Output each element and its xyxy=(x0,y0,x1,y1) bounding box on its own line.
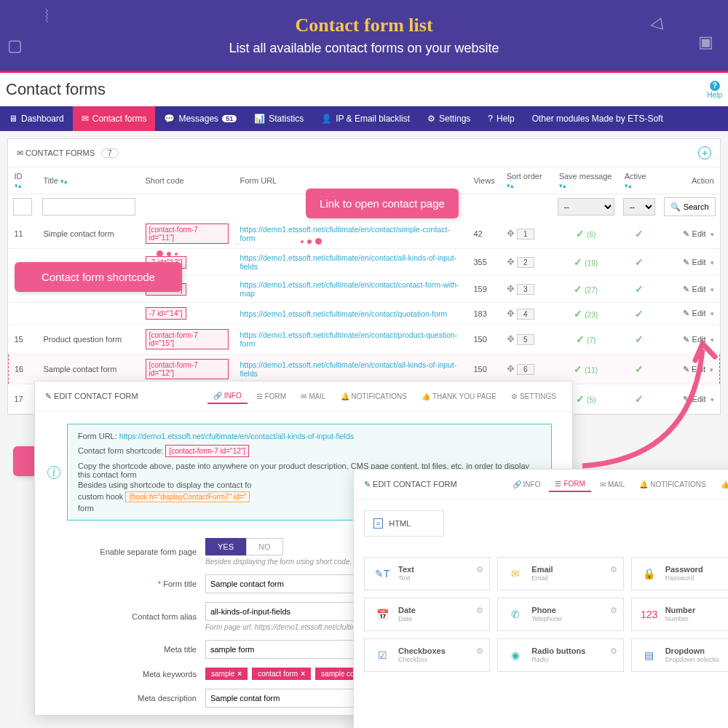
edit-button[interactable]: ✎ Edit xyxy=(683,395,705,403)
widget-checkboxes[interactable]: ☑ CheckboxesCheckbox ⚙ xyxy=(364,638,490,672)
panel-count: 7 xyxy=(101,149,119,158)
banner: ▢ ⦚ ◁ ▣ Contact form list List all avail… xyxy=(0,0,728,73)
add-button[interactable]: + xyxy=(698,146,711,159)
form-title-input[interactable] xyxy=(205,574,373,593)
subtab-thankyou[interactable]: 👍 THAN xyxy=(715,477,728,492)
tab-blacklist[interactable]: 👤IP & Email blacklist xyxy=(312,106,419,131)
widget-radio-buttons[interactable]: ◉ Radio buttonsRadio ⚙ xyxy=(497,638,623,672)
subtab-form[interactable]: ☰ FORM xyxy=(250,389,292,404)
help-icon: ? xyxy=(710,81,720,91)
subtab-info[interactable]: 🔗 INFO xyxy=(207,389,248,404)
form-alias-input[interactable] xyxy=(205,602,373,621)
page-title: Contact forms xyxy=(6,80,106,99)
table-row[interactable]: -7 id="14"] https://demo1.etssoft.net/cf… xyxy=(9,303,720,325)
page-header: Contact forms ? Help xyxy=(0,73,728,106)
subtab-info[interactable]: 🔗 INFO xyxy=(507,477,547,492)
info-icon: i xyxy=(47,466,60,479)
tab-other[interactable]: Other modules Made by ETS-Soft xyxy=(523,106,672,131)
tab-settings[interactable]: ⚙Settings xyxy=(419,106,479,131)
subtab-notifications[interactable]: 🔔 NOTIFICATIONS xyxy=(633,477,711,492)
widget-text[interactable]: ✎T TextText ⚙ xyxy=(364,557,490,590)
deco-icon: ⦚ xyxy=(44,7,51,24)
widget-phone[interactable]: ✆ PhoneTelephone ⚙ xyxy=(497,598,623,631)
pencil-icon: ✎ xyxy=(364,480,371,488)
tab-messages[interactable]: 💬Messages51 xyxy=(155,106,245,131)
nav-tabs: 🖥Dashboard ✉Contact forms 💬Messages51 📊S… xyxy=(0,106,728,131)
subtab-notifications[interactable]: 🔔 NOTIFICATIONS xyxy=(335,389,413,404)
edit-button[interactable]: ✎ Edit xyxy=(683,365,705,373)
tab-contact-forms[interactable]: ✉Contact forms xyxy=(73,106,156,131)
meta-title-input[interactable] xyxy=(205,640,373,659)
chart-icon: 📊 xyxy=(254,114,265,124)
widget-password[interactable]: 🔒 PasswordPassword ⚙ xyxy=(631,557,728,590)
messages-count: 51 xyxy=(222,115,237,122)
widget-date[interactable]: 📅 DateDate ⚙ xyxy=(364,598,490,631)
filter-title[interactable] xyxy=(42,198,135,215)
form-builder-panel: ✎ EDIT CONTACT FORM 🔗 INFO ☰ FORM ✉ MAIL… xyxy=(353,469,728,728)
filter-save[interactable]: -- xyxy=(558,198,614,215)
panel-header: ✉ CONTACT FORMS 7 + xyxy=(8,139,720,167)
meta-desc-input[interactable] xyxy=(205,689,373,708)
edit-button[interactable]: ✎ Edit xyxy=(683,285,705,293)
edit-button[interactable]: ✎ Edit xyxy=(683,309,705,317)
monitor-icon: 🖥 xyxy=(9,114,17,124)
widget-dropdown[interactable]: ▤ DropdownDropdown selectio ⚙ xyxy=(631,638,728,672)
gear-icon[interactable]: ⚙ xyxy=(610,606,617,615)
gear-icon: ⚙ xyxy=(427,114,435,124)
mail-icon: ✉ xyxy=(17,149,23,157)
widget-email[interactable]: ✉ EmailEmail ⚙ xyxy=(497,557,623,590)
edit-button[interactable]: ✎ Edit xyxy=(683,258,705,266)
gear-icon[interactable]: ⚙ xyxy=(476,606,483,615)
edit-button[interactable]: ✎ Edit xyxy=(683,229,705,238)
table-row[interactable]: 16 Sample contact form [contact-form-7 i… xyxy=(9,355,720,384)
subtab-settings[interactable]: ⚙ SETTINGS xyxy=(505,389,562,404)
tab-dashboard[interactable]: 🖥Dashboard xyxy=(0,106,73,131)
gear-icon[interactable]: ⚙ xyxy=(476,646,483,656)
html-icon: ≡ xyxy=(373,518,383,529)
html-widget[interactable]: ≡ HTML xyxy=(364,510,444,537)
callout-link: Link to open contact page xyxy=(306,189,459,218)
gear-icon[interactable]: ⚙ xyxy=(476,565,483,574)
help-link[interactable]: ? Help xyxy=(707,81,722,99)
subtab-form[interactable]: ☰ FORM xyxy=(549,477,590,492)
help-icon: ? xyxy=(488,114,493,124)
widget-number[interactable]: 123 NumberNumber ⚙ xyxy=(631,598,728,631)
mail-icon: ✉ xyxy=(82,114,89,124)
pencil-icon: ✎ xyxy=(45,392,52,400)
banner-title: Contact form list xyxy=(295,15,432,36)
callout-shortcode: Contact form shortcode xyxy=(15,262,182,292)
search-button[interactable]: 🔍 Search xyxy=(664,197,716,216)
tab-statistics[interactable]: 📊Statistics xyxy=(245,106,312,131)
filter-active[interactable]: -- xyxy=(623,198,655,215)
deco-icon: ▣ xyxy=(698,33,713,52)
chat-icon: 💬 xyxy=(164,114,175,124)
subtab-mail[interactable]: ✉ MAIL xyxy=(295,389,331,404)
filter-id[interactable] xyxy=(13,198,32,215)
user-icon: 👤 xyxy=(321,114,332,124)
deco-icon: ◁ xyxy=(649,14,664,35)
banner-subtitle: List all available contact forms on your… xyxy=(229,41,499,56)
subtab-mail[interactable]: ✉ MAIL xyxy=(594,477,630,492)
table-row[interactable]: 15 Product question form [contact-form-7… xyxy=(9,325,720,355)
gear-icon[interactable]: ⚙ xyxy=(610,565,617,574)
deco-icon: ▢ xyxy=(7,36,23,55)
table-row[interactable]: 11 Simple contact form [contact-form-7 i… xyxy=(9,219,720,249)
tab-help[interactable]: ?Help xyxy=(479,106,523,131)
edit-button[interactable]: ✎ Edit xyxy=(683,335,705,344)
subtab-thankyou[interactable]: 👍 THANK YOU PAGE xyxy=(416,389,502,404)
gear-icon[interactable]: ⚙ xyxy=(610,646,617,656)
